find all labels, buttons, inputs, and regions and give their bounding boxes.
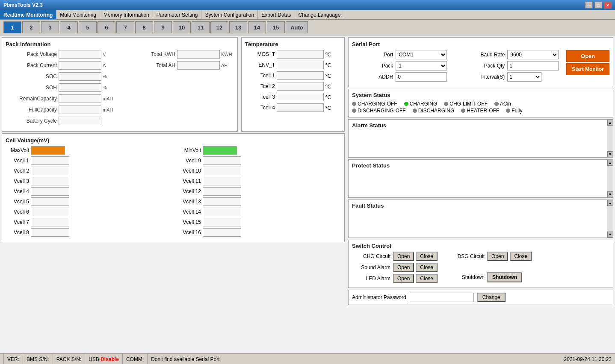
pack-tab-4[interactable]: 4 — [60, 21, 78, 33]
mos-t-input[interactable] — [277, 50, 324, 59]
vcell9-input[interactable] — [203, 156, 241, 165]
vcell16-label: Vcell 16 — [177, 229, 201, 235]
tab-system-configuration[interactable]: System Configuration — [201, 10, 258, 19]
dsg-circuit-open-button[interactable]: Open — [487, 252, 508, 261]
full-capacity-input[interactable] — [59, 106, 101, 114]
pack-tab-2[interactable]: 2 — [22, 21, 40, 33]
env-t-input[interactable] — [277, 61, 324, 69]
dsg-circuit-close-button[interactable]: Close — [510, 252, 532, 261]
pack-tab-13[interactable]: 13 — [229, 21, 247, 33]
chg-circuit-open-button[interactable]: Open — [393, 252, 414, 261]
pack-tab-auto[interactable]: Auto — [286, 21, 308, 33]
dsg-circuit-row: DSG Circuit Open Close — [446, 252, 532, 261]
chg-circuit-close-button[interactable]: Close — [416, 252, 438, 261]
soh-input[interactable] — [59, 83, 101, 92]
tcell4-label: Tcell 4 — [245, 105, 275, 111]
vcell1-input[interactable] — [31, 156, 69, 165]
tab-export-datas[interactable]: Export Datas — [258, 10, 295, 19]
pack-tab-6[interactable]: 6 — [98, 21, 115, 33]
interval-select[interactable]: 1 — [507, 72, 541, 82]
sound-alarm-close-button[interactable]: Close — [416, 263, 438, 272]
total-ah-input[interactable] — [177, 61, 220, 70]
vcell12-input[interactable] — [203, 187, 241, 196]
pack-current-unit: A — [103, 63, 115, 68]
vcell11-input[interactable] — [203, 177, 241, 185]
sound-alarm-open-button[interactable]: Open — [393, 263, 414, 272]
chg-limit-off-label: CHG-LIMIT-OFF — [449, 101, 488, 107]
port-select[interactable]: COM1 — [396, 50, 447, 59]
remain-capacity-input[interactable] — [59, 94, 101, 103]
vcell8-input[interactable] — [31, 228, 69, 237]
alarm-scroll-up[interactable]: ▲ — [607, 120, 613, 126]
tab-parameter-setting[interactable]: Parameter Setting — [153, 10, 202, 19]
vcell6-input[interactable] — [31, 208, 69, 216]
fully-label: Fully — [512, 108, 522, 114]
title-bar: PbmsTools V2.3 — □ ✕ — [0, 0, 615, 10]
fault-scroll-down[interactable]: ▼ — [607, 232, 613, 238]
pack-info-title: Pack Information — [6, 41, 234, 47]
tab-memory-information[interactable]: Memory Information — [100, 10, 153, 19]
soc-label: SOC — [6, 73, 57, 79]
pack-tab-3[interactable]: 3 — [41, 21, 59, 33]
maximize-button[interactable]: □ — [594, 2, 602, 9]
tcell3-input[interactable] — [277, 93, 324, 101]
vcell16-input[interactable] — [203, 228, 241, 237]
protect-scroll-down[interactable]: ▼ — [607, 191, 613, 197]
change-password-button[interactable]: Change — [477, 293, 506, 302]
addr-input[interactable] — [396, 72, 447, 82]
protect-scrollbar[interactable]: ▲ ▼ — [607, 160, 613, 197]
pack-tab-8[interactable]: 8 — [135, 21, 153, 33]
vcell4-input[interactable] — [31, 187, 69, 196]
pack-tab-15[interactable]: 15 — [267, 21, 285, 33]
pack-tab-12[interactable]: 12 — [210, 21, 228, 33]
pack-current-input[interactable] — [59, 61, 101, 70]
tcell4-unit: ℃ — [325, 105, 331, 111]
pack-tab-11[interactable]: 11 — [192, 21, 210, 33]
start-monitor-button[interactable]: Start Monitor — [566, 63, 609, 75]
protect-scroll-up[interactable]: ▲ — [607, 160, 613, 166]
vcell13-input[interactable] — [203, 197, 241, 206]
admin-password-input[interactable] — [410, 293, 474, 302]
pack-qty-input[interactable] — [507, 61, 559, 70]
pack-select[interactable]: 1 — [396, 61, 447, 70]
cell-left-col: MaxVolt Vcell 1 Vcell 2 Vcell 3 — [6, 146, 169, 238]
pack-tab-14[interactable]: 14 — [248, 21, 266, 33]
soh-unit: % — [103, 85, 115, 90]
pack-voltage-input[interactable] — [59, 50, 101, 59]
vcell7-input[interactable] — [31, 218, 69, 226]
led-alarm-open-button[interactable]: Open — [393, 274, 414, 283]
tcell4-input[interactable] — [277, 103, 324, 112]
tcell2-input[interactable] — [277, 82, 324, 91]
alarm-scrollbar[interactable]: ▲ ▼ — [607, 120, 613, 157]
alarm-scroll-down[interactable]: ▼ — [607, 151, 613, 157]
fault-scrollbar[interactable]: ▲ ▼ — [607, 200, 613, 238]
close-button[interactable]: ✕ — [604, 2, 612, 9]
vcell2-input[interactable] — [31, 167, 69, 175]
baud-rate-select[interactable]: 9600 — [507, 50, 559, 59]
vcell14-input[interactable] — [203, 208, 241, 216]
pack-tab-5[interactable]: 5 — [79, 21, 97, 33]
pack-tab-7[interactable]: 7 — [116, 21, 134, 33]
tcell2-row: Tcell 2 ℃ — [245, 82, 341, 91]
pack-tab-1[interactable]: 1 — [3, 21, 21, 33]
vcell3-input[interactable] — [31, 177, 69, 185]
pack-tab-9[interactable]: 9 — [154, 21, 172, 33]
tab-multi-monitoring[interactable]: Multi Monitoring — [56, 10, 100, 19]
led-alarm-close-button[interactable]: Close — [416, 274, 438, 283]
battery-cycle-input[interactable] — [59, 117, 101, 125]
datetime-display: 2021-09-24 11:20:22 — [564, 356, 612, 362]
shutdown-button[interactable]: Shutdown — [487, 272, 522, 282]
vcell15-input[interactable] — [203, 218, 241, 226]
pack-tab-10[interactable]: 10 — [173, 21, 191, 33]
minimize-button[interactable]: — — [585, 2, 593, 9]
bms-sn-label: BMS S/N: — [27, 356, 49, 362]
open-button[interactable]: Open — [566, 50, 609, 62]
tab-change-language[interactable]: Change Language — [295, 10, 345, 19]
total-kwh-input[interactable] — [177, 50, 220, 59]
tcell1-input[interactable] — [277, 71, 324, 80]
fault-scroll-up[interactable]: ▲ — [607, 200, 613, 206]
vcell10-input[interactable] — [203, 167, 241, 175]
vcell5-input[interactable] — [31, 197, 69, 206]
soc-input[interactable] — [59, 72, 101, 81]
tab-realtime-monitoring[interactable]: Realtime Monitoring — [0, 10, 56, 19]
